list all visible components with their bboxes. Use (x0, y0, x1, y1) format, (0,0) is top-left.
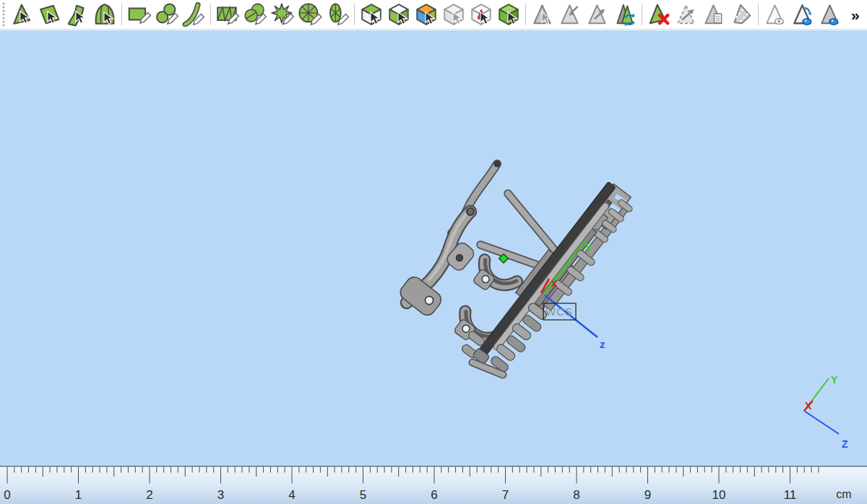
select-curved-band-icon (65, 2, 90, 27)
surface-hatch-icon (729, 2, 754, 27)
ruler-label: 7 (502, 488, 509, 502)
toolbar-drag-handle[interactable] (1, 2, 6, 27)
toolbar-button-select-parallelogram[interactable] (36, 1, 64, 28)
toolbar-button-mesh-circles[interactable] (241, 1, 269, 28)
surface-show-outline-icon (763, 2, 788, 27)
toolbar-button-cube-top-highlight[interactable] (358, 1, 385, 28)
wcs-z-axis-label: z (600, 338, 605, 350)
pen-curve-icon (181, 2, 206, 27)
mesh-fan-icon (325, 2, 350, 27)
toolbar-button-mesh-fan[interactable] (324, 1, 351, 28)
toolbar-button-cube-plain[interactable] (440, 1, 467, 28)
toolbar-separator (642, 4, 642, 25)
toolbar-button-surface-delete[interactable] (645, 1, 673, 28)
surface-delete-icon (647, 2, 671, 27)
toolbar-button-surface-show-shaded[interactable] (816, 1, 844, 28)
surface-show-refresh-icon (790, 2, 815, 27)
ruler-label: 8 (573, 488, 579, 502)
toolbar-separator (758, 4, 759, 25)
toolbar-button-surface-copy[interactable] (700, 1, 728, 28)
ruler-label: 1 (75, 488, 82, 502)
toolbar: » (0, 0, 867, 30)
horizontal-ruler: 01234567891011cm (0, 466, 867, 504)
surface-move-icon (585, 2, 610, 27)
cube-marker-icon (469, 2, 493, 27)
toolbar-separator (210, 4, 211, 25)
surface-select-icon (530, 2, 555, 27)
toolbar-button-cube-multicolor[interactable] (413, 1, 440, 28)
model-part-bracket-upper[interactable] (470, 257, 518, 302)
mesh-rectangle-icon (215, 2, 240, 27)
toolbar-button-surface-select[interactable] (529, 1, 556, 28)
surface-sync-icon (613, 2, 637, 27)
ruler-canvas: 01234567891011cm (0, 466, 867, 504)
wcs-x-axis-label: x (551, 277, 558, 289)
toolbar-separator (354, 4, 355, 25)
toolbar-button-pen-blob[interactable] (152, 1, 180, 28)
cube-solid-icon (496, 2, 521, 27)
surface-copy-icon (702, 2, 726, 27)
ruler-label: 4 (288, 488, 295, 502)
cube-multicolor-icon (414, 2, 439, 27)
toolbar-button-cube-sides-highlight[interactable] (385, 1, 413, 28)
orientation-z-axis (804, 411, 839, 434)
toolbar-button-surface-insert[interactable] (556, 1, 584, 28)
mesh-disc-icon (298, 2, 322, 27)
toolbar-tools (9, 1, 844, 28)
toolbar-separator (525, 4, 526, 25)
select-triangle-icon (10, 2, 35, 27)
orientation-z-label: Z (842, 438, 848, 450)
cube-plain-icon (441, 2, 466, 27)
select-parallelogram-icon (38, 2, 62, 27)
pen-blob-icon (154, 2, 178, 27)
mesh-star-icon (270, 2, 295, 27)
toolbar-button-select-curved-band[interactable] (64, 1, 91, 28)
ruler-label: 6 (431, 488, 437, 502)
toolbar-separator (121, 4, 122, 25)
cube-sides-highlight-icon (387, 2, 411, 27)
ruler-label: 3 (217, 488, 224, 502)
surface-insert-icon (558, 2, 582, 27)
ruler-label: 5 (360, 488, 366, 502)
mesh-circles-icon (243, 2, 267, 27)
wcs-y-axis-label: y (585, 240, 592, 252)
surface-extract-icon (674, 2, 699, 27)
toolbar-button-select-triangle[interactable] (9, 1, 36, 28)
toolbar-button-surface-show-outline[interactable] (762, 1, 789, 28)
toolbar-button-mesh-disc[interactable] (296, 1, 324, 28)
ruler-label: 10 (712, 488, 726, 502)
toolbar-button-surface-move[interactable] (584, 1, 611, 28)
pen-rectangle-icon (126, 2, 151, 27)
toolbar-button-surface-show-refresh[interactable] (789, 1, 816, 28)
viewport[interactable]: y x z WCS Y X Z (0, 30, 867, 466)
toolbar-button-mesh-star[interactable] (269, 1, 296, 28)
toolbar-button-surface-extract[interactable] (673, 1, 700, 28)
toolbar-button-select-shell[interactable] (91, 1, 118, 28)
ruler-label: 0 (4, 488, 10, 502)
cube-top-highlight-icon (359, 2, 384, 27)
orientation-x-label: X (805, 400, 812, 412)
toolbar-button-pen-rectangle[interactable] (125, 1, 152, 28)
surface-show-shaded-icon (818, 2, 842, 27)
viewport-canvas[interactable]: y x z WCS Y X Z (0, 30, 867, 466)
ruler-unit-label: cm (836, 488, 851, 500)
ruler-label: 2 (146, 488, 152, 502)
toolbar-button-surface-hatch[interactable] (728, 1, 755, 28)
ruler-label: 11 (784, 488, 797, 502)
toolbar-overflow-button[interactable]: » (848, 7, 863, 22)
orientation-y-label: Y (831, 374, 838, 386)
toolbar-button-cube-marker[interactable] (467, 1, 495, 28)
wcs-label: WCS (545, 305, 573, 318)
toolbar-button-surface-sync[interactable] (611, 1, 639, 28)
orientation-axes-indicator: Y X Z (804, 374, 848, 450)
ruler-label: 9 (644, 488, 651, 502)
select-shell-icon (92, 2, 117, 27)
toolbar-button-mesh-rectangle[interactable] (214, 1, 241, 28)
toolbar-button-pen-curve[interactable] (180, 1, 207, 28)
toolbar-button-cube-solid[interactable] (495, 1, 522, 28)
